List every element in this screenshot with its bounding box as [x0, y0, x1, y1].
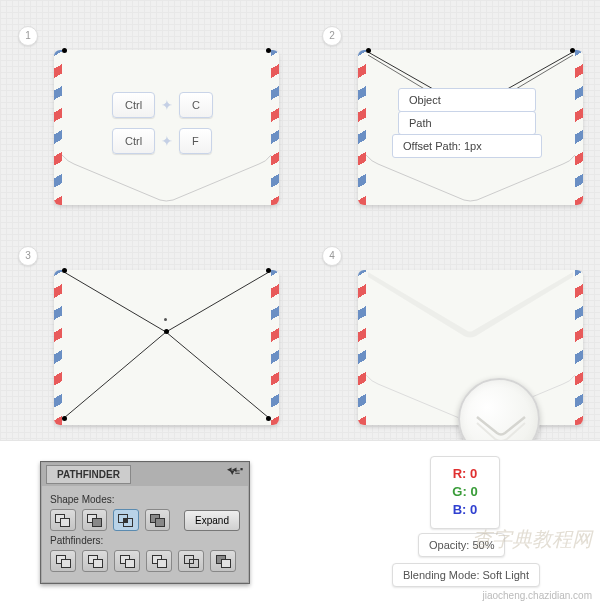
anchor-point [164, 329, 169, 334]
anchor-point [266, 48, 271, 53]
stripe-left [358, 50, 366, 205]
stripe-right [271, 270, 279, 425]
step-number: 1 [18, 26, 38, 46]
pathfinders-label: Pathfinders: [50, 535, 240, 546]
step-4: 4 [316, 240, 596, 435]
step-2: 2 Object Path Offset Path: 1px [316, 20, 596, 215]
pf-divide-button[interactable] [50, 550, 76, 572]
pf-outline-button[interactable] [178, 550, 204, 572]
b-value: B: 0 [439, 501, 491, 519]
g-value: G: 0 [439, 483, 491, 501]
path-tooltip: Object Path Offset Path: 1px [398, 88, 536, 157]
step-1: 1 Ctrl ✦ C Ctrl ✦ F [12, 20, 292, 215]
stripe-right [575, 50, 583, 205]
step-3: 3 [12, 240, 292, 435]
shape-intersect-button[interactable] [113, 509, 139, 531]
watermark-url: jiaocheng.chazidian.com [482, 590, 592, 601]
anchor-point [570, 48, 575, 53]
watermark-cn: 查字典教程网 [472, 526, 592, 553]
plus-icon: ✦ [161, 133, 173, 149]
anchor-point [62, 268, 67, 273]
key-c: C [179, 92, 213, 118]
plus-icon: ✦ [161, 97, 173, 113]
anchor-point [266, 416, 271, 421]
pf-merge-button[interactable] [114, 550, 140, 572]
envelope: Object Path Offset Path: 1px [358, 50, 583, 205]
anchor-point [62, 48, 67, 53]
pf-trim-button[interactable] [82, 550, 108, 572]
tooltip-offset: Offset Path: 1px [392, 134, 542, 158]
key-ctrl: Ctrl [112, 92, 155, 118]
pf-minusback-button[interactable] [210, 550, 236, 572]
shape-minus-button[interactable] [82, 509, 108, 531]
tooltip-path: Path [398, 111, 536, 135]
rgb-values: R: 0 G: 0 B: 0 [430, 456, 500, 529]
anchor-point [62, 416, 67, 421]
blending-mode-value: Blending Mode: Soft Light [392, 563, 540, 587]
pathfinder-panel[interactable]: ◂◂ ▪ PATHFINDER ▾≡ Shape Modes: Expand P… [40, 461, 250, 584]
stripe-left [54, 270, 62, 425]
pf-crop-button[interactable] [146, 550, 172, 572]
shape-modes-label: Shape Modes: [50, 494, 240, 505]
key-ctrl: Ctrl [112, 128, 155, 154]
step-number: 3 [18, 246, 38, 266]
envelope [54, 270, 279, 425]
shape-exclude-button[interactable] [145, 509, 171, 531]
step-number: 4 [322, 246, 342, 266]
r-value: R: 0 [439, 465, 491, 483]
flap-outline [54, 270, 279, 425]
panel-title[interactable]: PATHFINDER [46, 465, 131, 484]
stripe-left [54, 50, 62, 205]
shape-unite-button[interactable] [50, 509, 76, 531]
handle-point [164, 318, 167, 321]
step-number: 2 [322, 26, 342, 46]
envelope [358, 270, 583, 425]
anchor-point [266, 268, 271, 273]
anchor-point [366, 48, 371, 53]
bottom-panel: ◂◂ ▪ PATHFINDER ▾≡ Shape Modes: Expand P… [0, 440, 600, 605]
shortcut-keys: Ctrl ✦ C Ctrl ✦ F [112, 92, 213, 164]
stripe-right [271, 50, 279, 205]
stripe-left [358, 270, 366, 425]
tutorial-grid: 1 Ctrl ✦ C Ctrl ✦ F [0, 0, 600, 440]
stripe-right [575, 270, 583, 425]
expand-button[interactable]: Expand [184, 510, 240, 531]
panel-dots-icon[interactable]: ◂◂ ▪ [227, 464, 243, 474]
tooltip-object: Object [398, 88, 536, 112]
key-f: F [179, 128, 212, 154]
envelope: Ctrl ✦ C Ctrl ✦ F [54, 50, 279, 205]
